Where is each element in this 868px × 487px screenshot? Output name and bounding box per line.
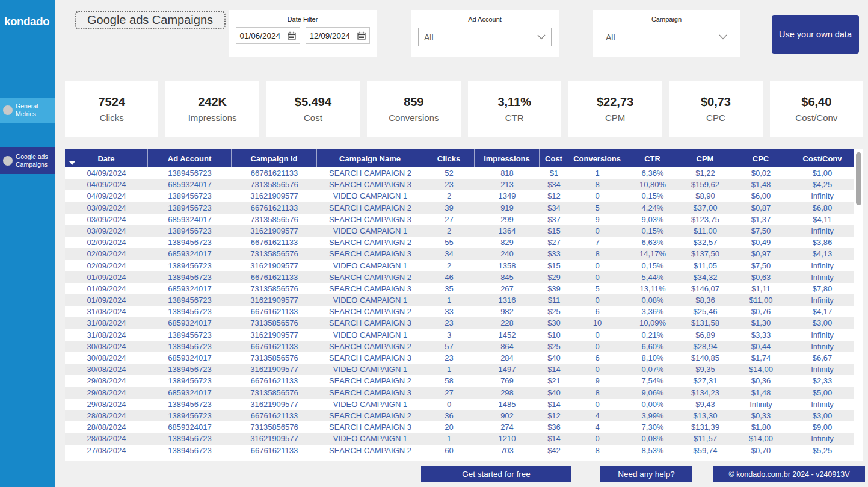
- sidebar-item-general-metrics[interactable]: General Metrics: [0, 98, 55, 123]
- cell-clicks: 55: [423, 237, 475, 248]
- cell-date: 28/08/2024: [65, 410, 148, 421]
- cell-campaign-name: SEARCH CAMPAIGN 2: [317, 445, 423, 456]
- table-row[interactable]: 31/08/2024138945672331621909577VIDEO CAM…: [65, 329, 854, 341]
- cell-impressions: 769: [475, 375, 540, 386]
- campaign-label: Campaign: [593, 10, 740, 23]
- cell-cost-conv: Infinity: [790, 341, 854, 352]
- cell-conversions: 6: [568, 306, 626, 317]
- cell-campaign-name: SEARCH CAMPAIGN 3: [317, 317, 423, 329]
- table-row[interactable]: 29/08/2024138945672366761621133SEARCH CA…: [65, 375, 854, 386]
- sidebar-item-google-ads-campaigns[interactable]: Google ads Campaigns: [0, 147, 55, 174]
- table-row[interactable]: 28/08/2024138945672366761621133SEARCH CA…: [65, 410, 854, 421]
- table-row[interactable]: 03/09/2024138945672366761621133SEARCH CA…: [65, 202, 854, 214]
- cell-clicks: 2: [423, 260, 475, 271]
- table-row[interactable]: 04/09/2024138945672366761621133SEARCH CA…: [65, 167, 854, 179]
- column-header-ad-account[interactable]: Ad Account: [148, 149, 232, 167]
- cell-cpc: $0,44: [731, 341, 790, 352]
- date-start-input[interactable]: 01/06/2024: [236, 27, 300, 44]
- use-your-own-data-button[interactable]: Use your own data: [772, 15, 859, 54]
- column-header-campaign-id[interactable]: Campaign Id: [232, 149, 317, 167]
- calendar-icon[interactable]: [288, 31, 296, 40]
- column-header-cost[interactable]: Cost: [540, 149, 568, 167]
- table-row[interactable]: 04/09/2024138945672331621909577VIDEO CAM…: [65, 190, 854, 202]
- cell-conversions: 7: [568, 237, 626, 248]
- table-row[interactable]: 29/08/2024138945672331621909577VIDEO CAM…: [65, 399, 854, 410]
- campaign-dropdown[interactable]: All: [600, 28, 733, 46]
- column-header-clicks[interactable]: Clicks: [423, 149, 475, 167]
- calendar-icon[interactable]: [357, 31, 366, 40]
- table-row[interactable]: 31/08/2024138945672366761621133SEARCH CA…: [65, 306, 854, 317]
- table-row[interactable]: 29/08/2024685932401773135856576SEARCH CA…: [65, 387, 854, 399]
- column-header-ctr[interactable]: CTR: [626, 149, 679, 167]
- cell-clicks: 58: [423, 375, 475, 386]
- cell-cpc: $1,30: [731, 317, 790, 329]
- kpi-value: 3,11%: [497, 95, 531, 109]
- column-header-date[interactable]: Date: [65, 149, 148, 167]
- cell-impressions: 845: [475, 271, 540, 283]
- column-header-cost-conv[interactable]: Cost/Conv: [790, 149, 854, 167]
- cell-cost-conv: $4,13: [790, 248, 854, 259]
- table-row[interactable]: 03/09/2024138945672331621909577VIDEO CAM…: [65, 225, 854, 237]
- table-row[interactable]: 31/08/2024685932401773135856576SEARCH CA…: [65, 317, 854, 329]
- kpi-card-ctr: 3,11%CTR: [468, 81, 561, 137]
- need-help-button[interactable]: Need any help?: [600, 466, 692, 482]
- column-header-cpc[interactable]: CPC: [731, 149, 790, 167]
- column-header-campaign-name[interactable]: Campaign Name: [317, 149, 423, 167]
- cell-impressions: 818: [475, 167, 540, 179]
- cell-cpm: $8,90: [679, 190, 731, 202]
- table-row[interactable]: 28/08/2024138945672331621909577VIDEO CAM…: [65, 433, 854, 444]
- table-row[interactable]: 03/09/2024685932401773135856576SEARCH CA…: [65, 214, 854, 225]
- cell-cost: $14: [540, 364, 568, 375]
- cell-conversions: 0: [568, 190, 626, 202]
- table-row[interactable]: 30/08/2024138945672331621909577VIDEO CAM…: [65, 364, 854, 375]
- kpi-value: 242K: [198, 95, 227, 109]
- ad-account-dropdown[interactable]: All: [418, 28, 552, 46]
- cell-cost: $30: [540, 317, 568, 329]
- table-row[interactable]: 02/09/2024138945672331621909577VIDEO CAM…: [65, 260, 854, 271]
- table-row[interactable]: 02/09/2024685932401773135856576SEARCH CA…: [65, 248, 854, 259]
- cell-cost: $36: [540, 421, 568, 433]
- cell-cost: $12: [540, 190, 568, 202]
- cell-cost: $14: [540, 399, 568, 410]
- kpi-value: 859: [404, 95, 423, 109]
- table-row[interactable]: 27/08/2024138945672366761621133SEARCH CA…: [65, 445, 854, 456]
- table-scrollbar-thumb[interactable]: [856, 152, 861, 205]
- cell-campaign-id: 31621909577: [232, 260, 317, 271]
- cell-cost-conv: Infinity: [790, 260, 854, 271]
- get-started-button[interactable]: Get started for free: [421, 466, 571, 482]
- cell-ctr: 0,07%: [626, 364, 679, 375]
- table-row[interactable]: 04/09/2024685932401773135856576SEARCH CA…: [65, 179, 854, 190]
- table-row[interactable]: 02/09/2024138945672366761621133SEARCH CA…: [65, 237, 854, 248]
- cell-cpc: Infinity: [731, 399, 790, 410]
- date-end-input[interactable]: 12/09/2024: [306, 27, 370, 44]
- cell-ad-account: 6859324017: [148, 179, 232, 190]
- column-header-conversions[interactable]: Conversions: [568, 149, 626, 167]
- table-scrollbar-track[interactable]: [854, 149, 863, 461]
- cell-date: 01/09/2024: [65, 271, 148, 283]
- table-row[interactable]: 30/08/2024685932401773135856576SEARCH CA…: [65, 352, 854, 364]
- cell-cpc: $0,36: [731, 375, 790, 386]
- cell-ad-account: 1389456723: [148, 399, 232, 410]
- sidebar: kondado General Metrics Google ads Campa…: [0, 0, 55, 487]
- date-filter-card: Date Filter 01/06/2024 12/09/2024: [229, 10, 377, 57]
- cell-ctr: 14,17%: [626, 248, 679, 259]
- cell-campaign-name: SEARCH CAMPAIGN 3: [317, 283, 423, 294]
- table-row[interactable]: 01/09/2024685932401773135856576SEARCH CA…: [65, 283, 854, 294]
- table-row[interactable]: 30/08/2024138945672366761621133SEARCH CA…: [65, 341, 854, 352]
- cell-date: 03/09/2024: [65, 225, 148, 237]
- cell-date: 29/08/2024: [65, 399, 148, 410]
- column-header-impressions[interactable]: Impressions: [475, 149, 540, 167]
- cell-conversions: 8: [568, 248, 626, 259]
- table-row[interactable]: 01/09/2024138945672331621909577VIDEO CAM…: [65, 294, 854, 306]
- kpi-row: 7524Clicks242KImpressions$5.494Cost859Co…: [65, 81, 863, 137]
- cell-cpc: $1,74: [731, 352, 790, 364]
- kpi-label: Impressions: [188, 113, 237, 123]
- cell-ctr: 5,44%: [626, 271, 679, 283]
- table-row[interactable]: 01/09/2024138945672366761621133SEARCH CA…: [65, 271, 854, 283]
- cell-campaign-name: SEARCH CAMPAIGN 2: [317, 306, 423, 317]
- cell-impressions: 919: [475, 202, 540, 214]
- table-row[interactable]: 28/08/2024685932401773135856576SEARCH CA…: [65, 421, 854, 433]
- column-header-cpm[interactable]: CPM: [679, 149, 731, 167]
- cell-cpm: $11,00: [679, 225, 731, 237]
- cell-date: 02/09/2024: [65, 248, 148, 259]
